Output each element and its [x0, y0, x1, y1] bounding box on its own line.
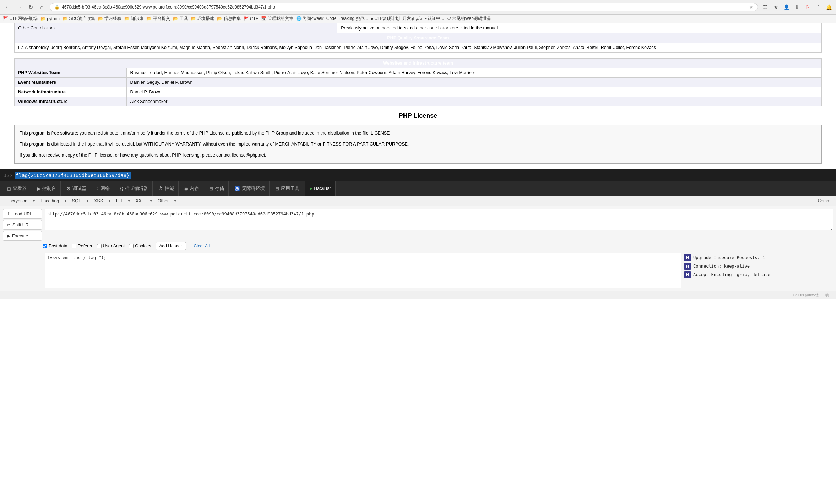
bookmark-ctf2[interactable]: 🚩 CTF	[244, 16, 259, 21]
bookmark-env[interactable]: 📂 环境搭建	[191, 16, 214, 22]
bookmark-manage[interactable]: 📅 管理我的文章	[261, 16, 293, 22]
performance-label: 性能	[165, 186, 174, 192]
network-infra-members: Daniel P. Brown	[126, 87, 821, 97]
console-label: 控制台	[42, 186, 56, 192]
accessibility-icon: ♿	[234, 186, 240, 191]
lfi-menu[interactable]: LFI	[113, 197, 126, 204]
referer-option[interactable]: Referer	[72, 243, 93, 248]
devtools-tab-debugger[interactable]: ⚙ 调试器	[62, 181, 91, 196]
devtools-tab-console[interactable]: ▶ 控制台	[33, 181, 61, 196]
sql-menu[interactable]: SQL	[69, 197, 85, 204]
php-websites-label: PHP Websites Team	[15, 68, 127, 78]
php-websites-members: Rasmus Lerdorf, Hannes Magnusson, Philip…	[126, 68, 821, 78]
php-qa-title: PHP Quality Assurance Team	[15, 33, 822, 43]
url-display: 4670ddc5-bf03-46ea-8c8b-460ae906c629.www…	[62, 5, 747, 10]
address-bar[interactable]: 🔒 4670ddc5-bf03-46ea-8c8b-460ae906c629.w…	[50, 3, 758, 11]
devtools-tab-network[interactable]: ↕ 网络	[92, 181, 114, 196]
php-license-title: PHP License	[14, 112, 822, 120]
post-data-input[interactable]	[45, 253, 681, 288]
download-icon[interactable]: ⇩	[793, 3, 801, 11]
apptools-label: 应用工具	[281, 186, 299, 192]
execute-button[interactable]: ▶ Execute	[3, 231, 42, 241]
scissors-icon: ✂	[7, 222, 11, 228]
split-url-button[interactable]: ✂ Split URL	[3, 220, 42, 230]
xxe-arrow-icon: ▼	[150, 199, 153, 203]
terminal-line: 1?> flag{256d5ca173f463165db6ed366b597da…	[0, 169, 836, 181]
bookmark-platform[interactable]: 📂 平台提交	[146, 16, 170, 22]
bookmark-codebreaking[interactable]: Code Breaking 挑战...	[326, 16, 368, 22]
event-maintainers-label: Event Maintainers	[15, 78, 127, 87]
other-contributors-desc: Previously active authors, editors and o…	[337, 23, 822, 33]
devtools-tab-apptools[interactable]: ⊞ 应用工具	[271, 181, 304, 196]
devtools-tab-performance[interactable]: ⏱ 性能	[154, 181, 179, 196]
bookmark-tools[interactable]: 📂 工具	[173, 16, 188, 22]
split-url-label: Split URL	[12, 223, 31, 228]
bookmark-star-icon[interactable]: ★	[771, 3, 780, 11]
bookmark-study[interactable]: 📂 学习经验	[98, 16, 121, 22]
event-maintainers-members: Damien Seguy, Daniel P. Brown	[126, 78, 821, 87]
bookmark-web[interactable]: 🛡 常见的Web源码泄漏	[447, 16, 491, 22]
bookmark-4week[interactable]: 🌐 为期4week	[296, 16, 324, 22]
back-button[interactable]: ←	[3, 2, 13, 12]
xxe-menu[interactable]: XXE	[132, 197, 148, 204]
inspector-icon: ◻	[7, 186, 11, 191]
add-header-button[interactable]: Add Header	[156, 242, 186, 250]
header-h-badge-2: H	[684, 271, 691, 278]
notification-icon[interactable]: 🔔	[825, 3, 833, 11]
extensions-icon[interactable]: ☷	[761, 3, 769, 11]
other-menu[interactable]: Other	[154, 197, 172, 204]
encryption-menu[interactable]: Encryption	[3, 197, 31, 204]
profile-icon[interactable]: 👤	[782, 3, 791, 11]
header-h-badge-0: H	[684, 254, 691, 261]
sql-arrow-icon: ▼	[86, 199, 89, 203]
header-row-2: H Accept-Encoding: gzip, deflate	[684, 271, 833, 278]
post-data-checkbox[interactable]	[43, 244, 47, 248]
license-p1: This program is free software; you can r…	[20, 130, 816, 137]
bookmark-dev[interactable]: 开发者认证 - 认证中...	[402, 16, 444, 22]
encoding-menu[interactable]: Encoding	[37, 197, 63, 204]
clear-all-button[interactable]: Clear All	[190, 242, 213, 250]
reload-button[interactable]: ↻	[26, 2, 36, 12]
referer-checkbox[interactable]	[72, 244, 76, 248]
debugger-label: 调试器	[72, 186, 86, 192]
devtools-tab-accessibility[interactable]: ♿ 无障碍环境	[230, 181, 270, 196]
post-data-label: Post data	[49, 243, 67, 248]
header-h-badge-1: H	[684, 263, 691, 270]
cookies-option[interactable]: Cookies	[129, 243, 151, 248]
forward-button[interactable]: →	[14, 2, 24, 12]
cookies-checkbox[interactable]	[129, 244, 134, 248]
header-value-2: Accept-Encoding: gzip, deflate	[693, 272, 770, 277]
menu-dots-icon[interactable]: ⋮	[814, 3, 823, 11]
hackbar-menu: Encryption ▼ Encoding ▼ SQL ▼ XSS ▼ LFI …	[0, 196, 836, 206]
bookmark-src[interactable]: 📂 SRC资产收集	[63, 16, 95, 22]
devtools-tab-style[interactable]: {} 样式编辑器	[116, 181, 152, 196]
encoding-arrow-icon: ▼	[64, 199, 67, 203]
load-url-label: Load URL	[12, 212, 32, 217]
bookmark-ctf-review[interactable]: ● CTF复现计划	[371, 16, 400, 22]
bookmark-python[interactable]: 📂 python	[40, 16, 60, 21]
devtools-tab-storage[interactable]: ⊟ 存储	[205, 181, 229, 196]
devtools-tab-memory[interactable]: ◈ 内存	[180, 181, 203, 196]
devtools-bar: ◻ 查看器 ▶ 控制台 ⚙ 调试器 ↕ 网络 {} 样式编辑器 ⏱ 性能 ◈ 内…	[0, 181, 836, 196]
xss-menu[interactable]: XSS	[91, 197, 107, 204]
encryption-arrow-icon: ▼	[32, 199, 36, 203]
csdn-bar: CSDN @time如一 晓...	[0, 291, 836, 299]
bookmark-info[interactable]: 📂 信息收集	[217, 16, 240, 22]
csdn-watermark: CSDN @time如一 晓...	[793, 293, 832, 297]
hackbar-label: HackBar	[314, 186, 331, 191]
url-input[interactable]	[45, 209, 833, 230]
post-data-option[interactable]: Post data	[43, 243, 67, 248]
devtools-tab-inspector[interactable]: ◻ 查看器	[3, 181, 31, 196]
xss-arrow-icon: ▼	[108, 199, 111, 203]
devtools-tab-hackbar[interactable]: ● HackBar	[305, 181, 336, 196]
bookmark-ctf[interactable]: 🚩 CTF网站&靶场	[3, 16, 38, 22]
hackbar-content-row: ⇧ Load URL ✂ Split URL ▶ Execute	[0, 206, 836, 241]
load-url-button[interactable]: ⇧ Load URL	[3, 209, 42, 219]
performance-icon: ⏱	[158, 186, 163, 191]
header-value-1: Connection: keep-alive	[693, 264, 750, 269]
flag-icon[interactable]: ⚐	[803, 3, 812, 11]
user-agent-option[interactable]: User Agent	[97, 243, 125, 248]
bookmark-knowledge[interactable]: 📂 知识库	[124, 16, 143, 22]
user-agent-checkbox[interactable]	[97, 244, 102, 248]
home-button[interactable]: ⌂	[37, 2, 47, 12]
